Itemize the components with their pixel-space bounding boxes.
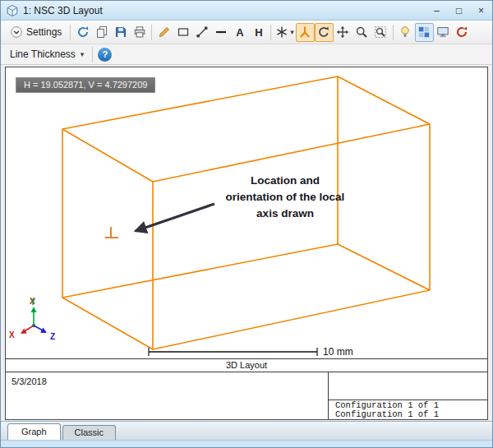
toolbar-separator [92,47,93,62]
minimize-button[interactable]: – [426,1,448,20]
toolbar-separator [393,25,394,40]
monitor-icon [436,25,449,39]
view-tabs-bar: Graph Classic [1,421,492,440]
pencil-icon [158,25,171,39]
window-controls: – □ × [426,1,492,20]
annotation-text: Location and orientation of the local ax… [188,173,382,222]
pan-icon [336,25,349,39]
configuration-line: Configuration 1 of 1 [335,410,487,419]
horizontal-line-tool-button[interactable] [211,23,230,42]
tab-classic[interactable]: Classic [62,425,116,440]
main-toolbar: Settings [1,21,492,44]
toolbar-separator [70,25,71,40]
refresh-icon [76,25,90,39]
triad-y-label: Y [30,298,36,307]
settings-button[interactable]: Settings [4,23,67,42]
window-cube-icon [6,4,19,17]
animate-button[interactable] [453,23,472,42]
orientation-dropdown-button[interactable]: ▾ [274,23,296,42]
triad-x-letter: X [9,330,15,339]
refresh-button[interactable] [73,23,92,42]
date-label: 5/3/2018 [12,376,47,386]
zoom-window-button[interactable] [371,23,390,42]
save-button[interactable] [111,23,130,42]
lamp-icon [399,25,412,39]
print-button[interactable] [130,23,149,42]
rectangle-tool-button[interactable] [173,23,192,42]
line-tool-button[interactable] [192,23,211,42]
dropdown-arrow-icon: ▾ [290,28,294,36]
zoom-button[interactable] [352,23,371,42]
settings-label: Settings [26,26,62,38]
app-window: 1: NSC 3D Layout – □ × Settings [0,0,493,448]
info-table-right-column: Configuration 1 of 1 Configuration 1 of … [328,372,487,419]
close-button[interactable]: × [470,1,492,20]
help-icon: ? [98,48,112,62]
pencil-tool-button[interactable] [154,23,173,42]
layout-canvas[interactable]: X Y X Z 10 mm H = 19.052871, V = 4.72972… [6,67,487,358]
print-icon [133,25,146,39]
scale-bar [149,348,317,356]
copy-button[interactable] [92,23,111,42]
quad-view-button[interactable] [415,23,434,42]
text-tool-button[interactable]: A [230,23,249,42]
text-height-button[interactable]: H [249,23,268,42]
monitor-button[interactable] [434,23,453,42]
lamp-button[interactable] [396,23,415,42]
dropdown-arrow-icon: ▾ [81,50,85,58]
window-bottom-edge [1,440,492,448]
horizontal-line-icon [214,25,228,39]
info-table: 5/3/2018 Configuration 1 of 1 Configurat… [6,372,487,419]
plot-frame: X Y X Z 10 mm H = 19.052871, V = 4.72972… [5,67,488,420]
configuration-cell: Configuration 1 of 1 Configuration 1 of … [329,400,487,419]
secondary-toolbar: Line Thickness ▾ ? [1,44,492,65]
save-icon [114,25,127,39]
pan-button[interactable] [334,23,352,42]
quad-view-icon [417,25,431,39]
orientation-star-icon [275,25,288,39]
triad-z-label: Z [50,332,55,341]
local-axis-marker [105,227,118,238]
scale-label: 10 mm [323,346,353,358]
plot-title-strip: 3D Layout [6,358,487,372]
toolbar-separator [151,25,152,40]
window-title: 1: NSC 3D Layout [23,5,426,16]
local-axis-icon [298,25,311,39]
maximize-button[interactable]: □ [448,1,470,20]
orientation-triad: X Y X Z [9,297,55,341]
rotate-icon [317,25,330,39]
rectangle-icon [177,25,190,39]
line-icon [196,25,209,39]
line-thickness-label: Line Thickness [10,48,76,60]
title-bar: 1: NSC 3D Layout – □ × [1,1,492,21]
copy-icon [95,25,108,39]
info-table-empty-cell [329,372,487,400]
line-thickness-dropdown[interactable]: Line Thickness ▾ [4,45,90,64]
animate-icon [455,25,468,39]
settings-chevron-icon [10,25,23,39]
text-height-icon: H [255,27,262,38]
local-axis-button[interactable] [296,23,315,42]
help-button[interactable]: ? [95,45,114,64]
cursor-coordinates-badge: H = 19.052871, V = 4.7297209 [16,77,155,93]
tab-graph[interactable]: Graph [7,423,61,440]
zoom-window-icon [374,25,387,39]
toolbar-separator [270,25,271,40]
zoom-icon [355,25,368,39]
text-a-icon: A [236,27,243,38]
rotate-button[interactable] [315,23,334,42]
